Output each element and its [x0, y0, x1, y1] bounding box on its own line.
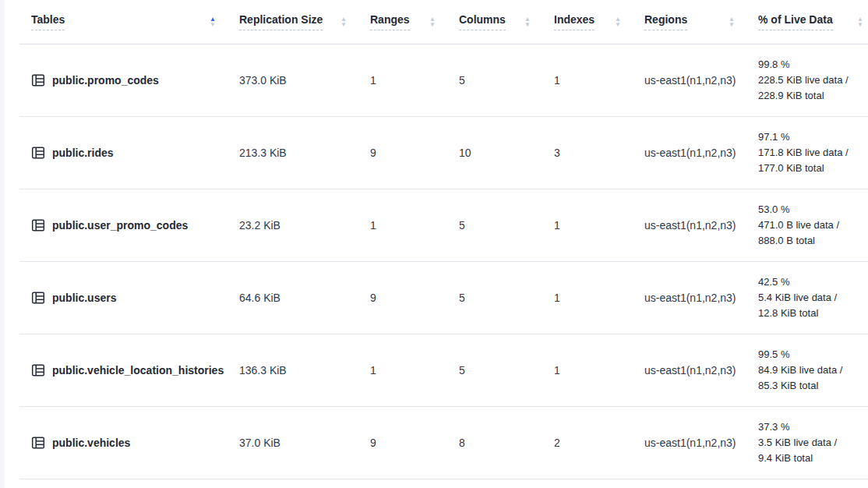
table-name-link[interactable]: public.promo_codes [52, 74, 159, 87]
columns-cell: 8 [459, 437, 554, 449]
table-name-link[interactable]: public.vehicle_location_histories [52, 364, 224, 377]
regions-cell: us-east1(n1,n2,n3) [644, 437, 758, 449]
columns-cell: 5 [459, 292, 554, 304]
live-data-total: 12.8 KiB total [758, 306, 863, 321]
sort-desc-icon: ▼ [729, 22, 735, 27]
sort-icons: ▲ ▼ [340, 16, 347, 27]
page-left-gutter [0, 0, 5, 488]
indexes-cell: 1 [554, 364, 644, 377]
sort-icons: ▲ ▼ [857, 16, 863, 27]
live-data-total: 228.9 KiB total [758, 88, 863, 104]
ranges-cell: 9 [370, 292, 459, 304]
indexes-cell: 3 [554, 147, 644, 159]
live-data-percent: 42.5 % [758, 274, 863, 290]
replication-size-cell: 23.2 KiB [239, 219, 370, 232]
table-icon [31, 363, 45, 377]
ranges-cell: 1 [370, 364, 459, 377]
tables-table: Tables ▲ ▼ Replication Size ▲ ▼ Ranges ▲… [19, 0, 868, 479]
live-data-percent: 37.3 % [758, 419, 863, 435]
indexes-cell: 1 [554, 292, 644, 304]
table-row: public.user_promo_codes 23.2 KiB 1 5 1 u… [19, 189, 868, 262]
live-data-amount: 5.4 KiB live data / [758, 290, 863, 306]
table-name-cell: public.vehicles [19, 436, 239, 450]
table-row: public.vehicles 37.0 KiB 9 8 2 us-east1(… [19, 407, 868, 479]
table-name-cell: public.user_promo_codes [19, 218, 239, 232]
live-data-cell: 99.8 % 228.5 KiB live data / 228.9 KiB t… [758, 57, 868, 104]
column-header-label: Replication Size [239, 13, 323, 30]
table-icon [31, 291, 45, 305]
column-header-label: % of Live Data [758, 13, 833, 30]
sort-icons: ▲ ▼ [729, 16, 735, 27]
table-body: public.promo_codes 373.0 KiB 1 5 1 us-ea… [19, 44, 868, 479]
sort-icons: ▲ ▼ [524, 16, 531, 27]
table-icon [31, 218, 45, 232]
live-data-cell: 53.0 % 471.0 B live data / 888.0 B total [758, 202, 868, 249]
column-header-label: Columns [459, 13, 506, 30]
tables-page: Tables ▲ ▼ Replication Size ▲ ▼ Ranges ▲… [0, 0, 868, 488]
column-header-indexes[interactable]: Indexes ▲ ▼ [554, 13, 644, 30]
sort-desc-icon: ▼ [857, 22, 863, 27]
sort-desc-icon: ▼ [524, 22, 531, 27]
replication-size-cell: 136.3 KiB [239, 364, 370, 377]
regions-cell: us-east1(n1,n2,n3) [644, 219, 758, 232]
columns-cell: 5 [459, 364, 554, 377]
table-name-link[interactable]: public.user_promo_codes [52, 219, 188, 232]
sort-desc-icon: ▼ [429, 22, 436, 27]
indexes-cell: 1 [554, 74, 644, 87]
sort-desc-icon: ▼ [615, 22, 621, 27]
columns-cell: 5 [459, 219, 554, 232]
live-data-total: 85.3 KiB total [758, 378, 863, 394]
column-header-label: Indexes [554, 13, 595, 30]
column-header-label: Ranges [370, 13, 410, 30]
table-name-link[interactable]: public.vehicles [52, 437, 130, 449]
live-data-total: 177.0 KiB total [758, 161, 863, 176]
table-row: public.users 64.6 KiB 9 5 1 us-east1(n1,… [19, 262, 868, 334]
table-name-cell: public.users [19, 291, 239, 305]
live-data-percent: 99.8 % [758, 57, 863, 72]
regions-cell: us-east1(n1,n2,n3) [644, 292, 758, 304]
ranges-cell: 9 [370, 437, 459, 449]
column-header-regions[interactable]: Regions ▲ ▼ [644, 13, 758, 30]
table-icon [31, 146, 45, 160]
table-row: public.promo_codes 373.0 KiB 1 5 1 us-ea… [19, 44, 868, 117]
table-row: public.rides 213.3 KiB 9 10 3 us-east1(n… [19, 117, 868, 189]
live-data-amount: 84.9 KiB live data / [758, 362, 863, 378]
indexes-cell: 2 [554, 437, 644, 449]
column-header-label: Tables [31, 13, 65, 30]
live-data-amount: 171.8 KiB live data / [758, 145, 863, 161]
column-header-live-data[interactable]: % of Live Data ▲ ▼ [758, 13, 868, 30]
column-header-tables[interactable]: Tables ▲ ▼ [19, 13, 239, 30]
table-name-cell: public.vehicle_location_histories [19, 363, 239, 377]
sort-icons: ▲ ▼ [429, 16, 436, 27]
table-name-cell: public.rides [19, 146, 239, 160]
ranges-cell: 1 [370, 74, 459, 87]
replication-size-cell: 213.3 KiB [239, 147, 370, 159]
column-header-columns[interactable]: Columns ▲ ▼ [459, 13, 554, 30]
table-name-link[interactable]: public.rides [52, 147, 114, 159]
columns-cell: 10 [459, 147, 554, 159]
live-data-cell: 42.5 % 5.4 KiB live data / 12.8 KiB tota… [758, 274, 868, 321]
live-data-cell: 99.5 % 84.9 KiB live data / 85.3 KiB tot… [758, 347, 868, 394]
column-header-label: Regions [644, 13, 687, 30]
sort-desc-icon: ▼ [210, 22, 216, 27]
live-data-total: 9.4 KiB total [758, 451, 863, 466]
live-data-percent: 99.5 % [758, 347, 863, 362]
regions-cell: us-east1(n1,n2,n3) [644, 147, 758, 159]
live-data-amount: 3.5 KiB live data / [758, 435, 863, 451]
column-header-ranges[interactable]: Ranges ▲ ▼ [370, 13, 459, 30]
column-header-replication-size[interactable]: Replication Size ▲ ▼ [239, 13, 370, 30]
sort-desc-icon: ▼ [340, 22, 347, 27]
sort-icons: ▲ ▼ [210, 16, 216, 27]
live-data-total: 888.0 B total [758, 233, 863, 249]
replication-size-cell: 37.0 KiB [239, 437, 370, 449]
table-name-link[interactable]: public.users [52, 292, 116, 304]
live-data-cell: 97.1 % 171.8 KiB live data / 177.0 KiB t… [758, 129, 868, 176]
table-icon [31, 73, 45, 87]
sort-icons: ▲ ▼ [615, 16, 621, 27]
table-header-row: Tables ▲ ▼ Replication Size ▲ ▼ Ranges ▲… [19, 0, 868, 44]
regions-cell: us-east1(n1,n2,n3) [644, 74, 758, 87]
table-name-cell: public.promo_codes [19, 73, 239, 87]
live-data-amount: 471.0 B live data / [758, 217, 863, 233]
table-icon [31, 436, 45, 450]
live-data-amount: 228.5 KiB live data / [758, 72, 863, 88]
